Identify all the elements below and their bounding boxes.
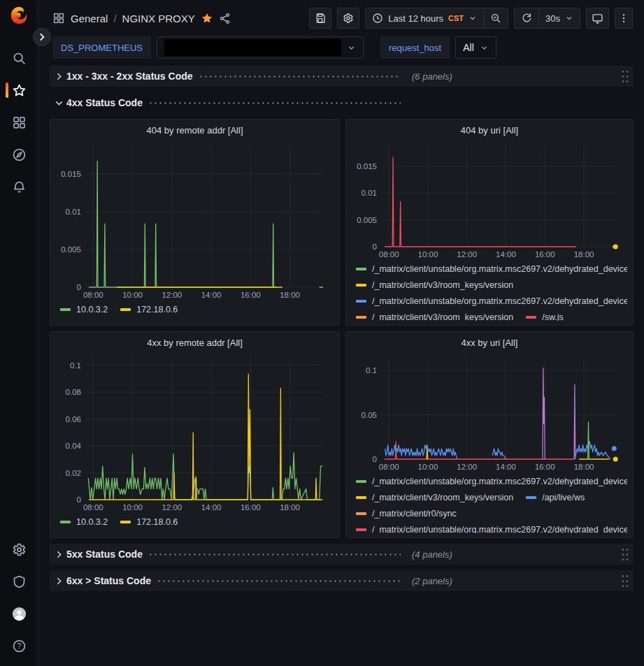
legend-swatch xyxy=(356,300,366,303)
dotted-leader xyxy=(157,580,401,582)
legend-item[interactable]: /sw.js xyxy=(526,312,564,321)
legend-item[interactable]: /_matrix/client/v3/room_keys/version xyxy=(356,493,513,502)
refresh-interval-picker[interactable]: 30s xyxy=(538,8,580,28)
variable-value-request-host[interactable]: All xyxy=(455,36,496,59)
sidebar-item-configuration[interactable] xyxy=(0,533,38,565)
legend-item[interactable]: /api/live/ws xyxy=(526,493,585,502)
legend-item[interactable]: 172.18.0.6 xyxy=(120,517,178,527)
sidebar-item-explore[interactable] xyxy=(0,138,38,171)
panel-title[interactable]: 404 by uri [All] xyxy=(352,121,627,140)
sidebar-item-alerting[interactable] xyxy=(0,171,38,203)
share-icon[interactable] xyxy=(219,13,231,24)
variables-bar: DS_PROMETHEUS request_host All xyxy=(38,36,644,64)
sidebar-item-search[interactable] xyxy=(0,42,38,74)
sidebar-item-server-admin[interactable] xyxy=(0,565,38,598)
legend-item[interactable]: /_matrix/client/unstable/org.matrix.msc2… xyxy=(356,477,627,486)
legend-item[interactable]: /_matrix/client/v3/room_keys/version xyxy=(356,312,513,321)
search-icon xyxy=(12,51,27,66)
breadcrumb-folder[interactable]: General xyxy=(71,13,108,24)
svg-text:18:00: 18:00 xyxy=(574,463,594,471)
legend-label: /api/live/ws xyxy=(542,493,585,502)
tv-mode-button[interactable] xyxy=(586,8,609,29)
row-4xx: 4xx Status Code xyxy=(50,92,634,113)
legend-item[interactable]: /_matrix/client/r0/sync xyxy=(356,509,457,519)
dashboard-topbar: General / NGINX PROXY Last 12 hours CST xyxy=(38,0,644,36)
timeseries-chart[interactable]: 08:0010:0012:0014:0016:0018:0000.020.040… xyxy=(56,353,334,514)
svg-text:10:00: 10:00 xyxy=(418,463,438,471)
sidebar-item-dashboards[interactable] xyxy=(0,106,38,138)
clock-icon xyxy=(372,13,383,24)
svg-text:08:00: 08:00 xyxy=(83,503,103,512)
legend-item[interactable]: /_matrix/client/unstable/org.matrix.msc2… xyxy=(356,296,627,306)
svg-text:18:00: 18:00 xyxy=(280,503,300,512)
variable-value-ds-prometheus[interactable] xyxy=(157,36,364,59)
legend-label: 172.18.0.6 xyxy=(136,305,178,314)
panel-title[interactable]: 404 by remote addr [All] xyxy=(56,121,334,140)
sidebar-expand-button[interactable] xyxy=(33,28,51,46)
timeseries-chart[interactable]: 08:0010:0012:0014:0016:0018:0000.0050.01… xyxy=(352,140,627,261)
legend-item[interactable]: /_matrix/client/unstable/org.matrix.msc2… xyxy=(356,264,627,274)
legend-row: /_matrix/client/unstable/org.matrix.msc2… xyxy=(356,521,627,533)
row-toggle[interactable]: 1xx - 3xx - 2xx Status Code xyxy=(52,70,402,82)
legend-label: /_matrix/client/v3/room_keys/version xyxy=(372,493,513,502)
panels-grid: 404 by remote addr [All] 08:0010:0012:00… xyxy=(50,119,634,538)
monitor-icon xyxy=(592,13,603,24)
sidebar-item-help[interactable]: ? xyxy=(0,630,38,662)
help-icon: ? xyxy=(12,639,27,653)
refresh-button[interactable] xyxy=(515,8,538,28)
svg-text:0.005: 0.005 xyxy=(357,216,377,224)
zoom-out-button[interactable] xyxy=(483,8,508,28)
legend-label: /_matrix/client/v3/room_keys/version xyxy=(372,312,513,321)
panel-4xx-by-remote-addr: 4xx by remote addr [All] 08:0010:0012:00… xyxy=(50,331,340,538)
legend-label: /_matrix/client/unstable/org.matrix.msc2… xyxy=(372,296,627,306)
dashboard-settings-button[interactable] xyxy=(337,8,359,29)
timeseries-chart[interactable]: 08:0010:0012:0014:0016:0018:0000.050.1 xyxy=(352,353,627,473)
legend-label: 10.0.3.2 xyxy=(76,305,108,314)
row-toggle[interactable]: 5xx Status Code xyxy=(52,548,402,560)
kebab-menu-button[interactable] xyxy=(615,8,633,29)
row-1xx-3xx-2xx: 1xx - 3xx - 2xx Status Code (6 panels) xyxy=(50,66,634,87)
main-area: General / NGINX PROXY Last 12 hours CST xyxy=(38,0,644,666)
panel-legend: 10.0.3.2172.18.0.6 xyxy=(56,301,334,321)
row-drag-handle[interactable] xyxy=(621,69,629,83)
time-range-picker[interactable]: Last 12 hours CST xyxy=(366,8,483,28)
legend-item[interactable]: 10.0.3.2 xyxy=(60,305,108,314)
svg-text:08:00: 08:00 xyxy=(379,250,399,259)
sidebar-item-starred[interactable] xyxy=(0,74,38,106)
legend-item[interactable]: /_matrix/client/unstable/org.matrix.msc2… xyxy=(356,525,627,534)
kebab-menu-icon xyxy=(618,13,629,24)
gear-icon xyxy=(343,13,354,24)
time-range-label: Last 12 hours xyxy=(388,13,443,24)
legend-label: /_matrix/client/unstable/org.matrix.msc2… xyxy=(372,525,627,534)
save-dashboard-button[interactable] xyxy=(309,8,331,29)
row-toggle[interactable]: 4xx Status Code xyxy=(52,96,402,109)
variable-label-ds-prometheus: DS_PROMETHEUS xyxy=(52,36,151,59)
redacted-value xyxy=(164,39,341,56)
time-picker-group: Last 12 hours CST xyxy=(365,8,508,29)
save-icon xyxy=(315,13,326,24)
timeseries-chart[interactable]: 08:0010:0012:0014:0016:0018:0000.0050.01… xyxy=(56,140,334,301)
panel-title[interactable]: 4xx by uri [All] xyxy=(352,333,627,353)
zoom-out-icon xyxy=(490,13,501,24)
legend-item[interactable]: /_matrix/client/v3/room_keys/version xyxy=(356,280,513,290)
legend-swatch xyxy=(356,496,366,499)
row-title: 4xx Status Code xyxy=(66,97,143,108)
legend-item[interactable]: 172.18.0.6 xyxy=(120,305,178,314)
panel-title[interactable]: 4xx by remote addr [All] xyxy=(56,333,334,353)
timezone-label: CST xyxy=(448,14,464,22)
svg-text:14:00: 14:00 xyxy=(496,250,516,259)
legend-row: /_matrix/client/v3/room_keys/version/api… xyxy=(356,489,627,505)
chevron-right-icon xyxy=(37,32,47,42)
svg-text:10:00: 10:00 xyxy=(418,250,438,259)
chevron-right-icon xyxy=(52,70,65,82)
breadcrumb-dashboard-title[interactable]: NGINX PROXY xyxy=(122,13,195,24)
row-drag-handle[interactable] xyxy=(621,547,629,561)
favorite-star-icon[interactable] xyxy=(201,12,213,24)
row-title: 6xx > Status Code xyxy=(66,575,151,586)
grafana-logo[interactable] xyxy=(8,6,29,27)
row-drag-handle[interactable] xyxy=(621,574,629,588)
legend-item[interactable]: 10.0.3.2 xyxy=(60,517,108,527)
sidebar-item-profile[interactable] xyxy=(0,598,38,630)
svg-text:14:00: 14:00 xyxy=(201,291,222,299)
row-toggle[interactable]: 6xx > Status Code xyxy=(52,574,402,587)
